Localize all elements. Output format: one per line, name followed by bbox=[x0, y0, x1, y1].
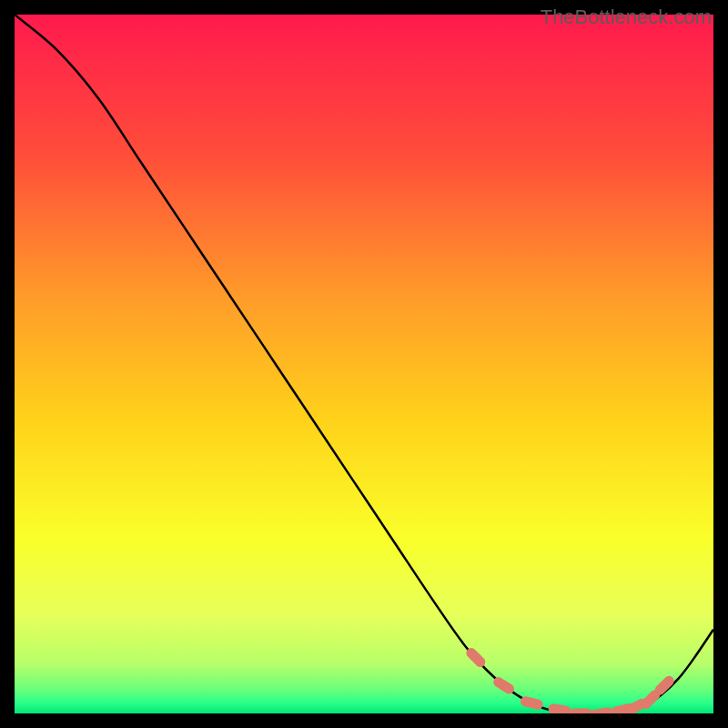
chart-svg bbox=[15, 15, 713, 713]
marker-dot bbox=[553, 709, 566, 711]
chart-plot-area bbox=[15, 15, 713, 713]
marker-dot bbox=[526, 702, 539, 704]
marker-dot bbox=[471, 653, 480, 662]
marker-dot bbox=[631, 703, 642, 709]
marker-dot bbox=[646, 695, 655, 704]
marker-dot bbox=[499, 682, 510, 689]
marker-dot bbox=[660, 681, 669, 690]
chart-background bbox=[15, 15, 713, 713]
marker-dot bbox=[595, 713, 608, 713]
watermark-text: TheBottleneck.com bbox=[541, 5, 712, 29]
